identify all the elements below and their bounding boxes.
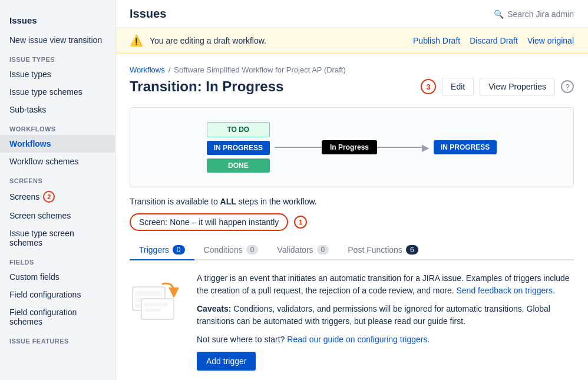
tabs-bar: Triggers 0 Conditions 0 Validators 0 Pos… (130, 240, 574, 260)
triggers-panel: A trigger is an event that initiates an … (130, 272, 574, 371)
sidebar-section-fields: FIELDS (0, 252, 115, 268)
tab-validators[interactable]: Validators 0 (267, 240, 338, 260)
tab-post-functions-label: Post Functions (348, 245, 402, 255)
breadcrumb-current: Software Simplified Workflow for Project… (174, 65, 345, 74)
tab-conditions-count: 0 (246, 245, 259, 255)
content-area: Workflows / Software Simplified Workflow… (115, 54, 588, 380)
trigger-desc-1: A trigger is an event that initiates an … (197, 272, 574, 297)
tab-validators-label: Validators (277, 245, 313, 255)
sidebar-item-screens[interactable]: Screens 2 (0, 187, 115, 207)
sidebar: Issues New issue view transition ISSUE T… (0, 0, 115, 380)
sidebar-item-custom-fields[interactable]: Custom fields (0, 268, 115, 286)
page-title: Transition: In Progress (130, 78, 283, 95)
svg-rect-1 (136, 291, 162, 296)
sidebar-item-screen-schemes[interactable]: Screen schemes (0, 207, 115, 224)
trigger-icon-area (130, 272, 183, 371)
workflow-diagram: TO DO IN PROGRESS DONE In Progress ▶ IN … (130, 107, 574, 187)
sidebar-item-issue-type-screen-schemes[interactable]: Issue type screen schemes (0, 224, 115, 252)
sidebar-item-sub-tasks[interactable]: Sub-tasks (0, 101, 115, 118)
line-left (275, 147, 322, 148)
sidebar-section-screens: SCREENS (0, 170, 115, 187)
page-header: Issues 🔍 Search Jira admin (115, 0, 588, 28)
warning-icon: ⚠️ (130, 34, 143, 47)
edit-button[interactable]: Edit (442, 78, 474, 95)
trigger-caveats: Caveats: Conditions, validators, and per… (197, 303, 574, 328)
arrow-right-icon: ▶ (422, 142, 429, 153)
screen-info-badge: Screen: None – it will happen instantly (130, 213, 288, 231)
sidebar-item-issue-types[interactable]: Issue types (0, 65, 115, 83)
tab-validators-count: 0 (317, 245, 329, 255)
state-todo: TO DO (207, 122, 270, 137)
screen-step-badge-1: 1 (294, 216, 307, 229)
screens-badge: 2 (43, 191, 55, 203)
trigger-description: A trigger is an event that initiates an … (197, 272, 574, 371)
states-column-left: TO DO IN PROGRESS DONE (207, 122, 270, 173)
tab-triggers-count: 0 (173, 245, 185, 255)
publish-draft-link[interactable]: Publish Draft (413, 36, 460, 45)
sidebar-item-field-configurations[interactable]: Field configurations (0, 286, 115, 303)
sidebar-item-workflows[interactable]: Workflows (0, 135, 115, 153)
trigger-desc-2: Conditions, validators, and permissions … (197, 304, 550, 326)
read-guide-link[interactable]: Read our guide on configuring triggers. (287, 335, 430, 344)
add-trigger-button[interactable]: Add trigger (197, 352, 256, 371)
diagram-inner: TO DO IN PROGRESS DONE In Progress ▶ IN … (207, 122, 497, 173)
state-done: DONE (207, 158, 270, 173)
transition-info: Transition is available to ALL steps in … (130, 197, 574, 206)
screen-info-row: Screen: None – it will happen instantly … (130, 213, 574, 231)
search-icon: 🔍 (494, 9, 504, 19)
page-title-row: Transition: In Progress 3 Edit View Prop… (130, 78, 574, 95)
draft-banner-actions: Publish Draft Discard Draft View origina… (413, 36, 574, 45)
state-inprogress-right: IN PROGRESS (434, 140, 497, 154)
sidebar-item-field-configuration-schemes[interactable]: Field configuration schemes (0, 303, 115, 331)
help-icon[interactable]: ? (561, 80, 574, 93)
sidebar-section-workflows: WORKFLOWS (0, 118, 115, 135)
discard-draft-link[interactable]: Discard Draft (470, 36, 518, 45)
sidebar-item-workflow-schemes[interactable]: Workflow schemes (0, 153, 115, 170)
tab-conditions[interactable]: Conditions 0 (194, 240, 268, 260)
search-button[interactable]: 🔍 Search Jira admin (494, 9, 574, 19)
tab-post-functions[interactable]: Post Functions 6 (338, 240, 427, 260)
tab-triggers-label: Triggers (139, 245, 169, 255)
state-inprogress-left: IN PROGRESS (207, 141, 270, 155)
trigger-guide-prompt: Not sure where to start? Read our guide … (197, 333, 574, 346)
draft-banner-text: You are editing a draft workflow. (150, 36, 406, 45)
trigger-illustration (130, 272, 183, 325)
screen-info-text: Screen: None – it will happen instantly (139, 217, 279, 227)
breadcrumb-separator: / (169, 65, 171, 74)
view-properties-button[interactable]: View Properties (480, 78, 555, 95)
sidebar-item-new-issue-view[interactable]: New issue view transition (0, 31, 115, 49)
tab-triggers[interactable]: Triggers 0 (130, 240, 194, 260)
tab-post-functions-count: 6 (406, 245, 418, 255)
screens-label: Screens (9, 192, 39, 201)
svg-rect-6 (144, 309, 161, 312)
breadcrumb-workflows-link[interactable]: Workflows (130, 65, 165, 74)
transition-label-box: In Progress (322, 140, 377, 154)
draft-banner: ⚠️ You are editing a draft workflow. Pub… (115, 28, 588, 54)
step-badge-3: 3 (421, 79, 436, 94)
sidebar-item-issue-type-schemes[interactable]: Issue type schemes (0, 83, 115, 101)
main-content: Issues 🔍 Search Jira admin ⚠️ You are ed… (115, 0, 588, 380)
breadcrumb: Workflows / Software Simplified Workflow… (130, 65, 574, 74)
title-actions: 3 Edit View Properties ? (421, 78, 574, 95)
caveats-title: Caveats: (197, 304, 231, 313)
arrow-to-transition: In Progress ▶ (275, 140, 429, 154)
tab-conditions-label: Conditions (204, 245, 243, 255)
search-label: Search Jira admin (507, 9, 574, 19)
page-header-title: Issues (130, 7, 166, 21)
send-feedback-link[interactable]: Send feedback on triggers. (456, 286, 554, 295)
line-right (377, 147, 424, 148)
sidebar-top-label[interactable]: Issues (0, 9, 115, 31)
transition-all-steps-text: Transition is available to ALL steps in … (130, 197, 317, 206)
sidebar-section-issue-types: ISSUE TYPES (0, 49, 115, 65)
view-original-link[interactable]: View original (527, 36, 574, 45)
svg-rect-5 (144, 303, 168, 306)
sidebar-section-issue-features: ISSUE FEATURES (0, 331, 115, 347)
